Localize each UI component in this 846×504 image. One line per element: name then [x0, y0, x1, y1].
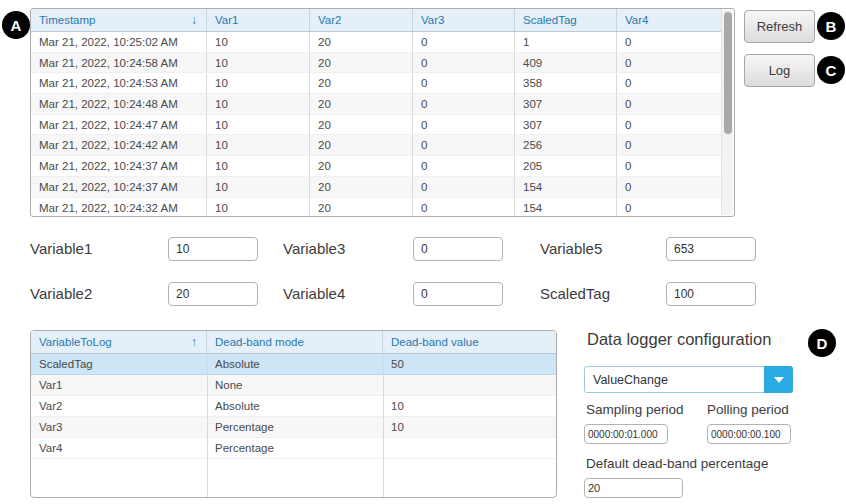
logging-mode-dropdown[interactable]: ValueChange — [584, 366, 793, 393]
column-header-var1[interactable]: Var1 — [207, 9, 310, 31]
deadband-table-cell: Var4 — [31, 438, 207, 458]
log-table-cell: 10 — [207, 198, 310, 218]
deadband-table-header: VariableToLog↑Dead-band modeDead-band va… — [31, 331, 556, 354]
variable2-label: Variable2 — [30, 285, 92, 302]
column-header-label: Dead-band value — [391, 336, 479, 348]
log-table-cell: 10 — [207, 53, 310, 73]
log-table-cell: 0 — [617, 32, 721, 52]
log-table-cell: 0 — [617, 115, 721, 135]
column-divider — [207, 354, 208, 497]
log-table-cell: Mar 21, 2022, 10:24:58 AM — [31, 53, 207, 73]
log-table-row[interactable]: Mar 21, 2022, 10:24:47 AM102003070 — [31, 115, 721, 136]
log-table-scrollbar[interactable] — [721, 10, 733, 215]
log-table-header: Timestamp↓Var1Var2Var3ScaledTagVar4 — [31, 9, 721, 32]
column-header-label: Var2 — [318, 14, 341, 26]
data-logger-app: A B C D Timestamp↓Var1Var2Var3ScaledTagV… — [0, 0, 846, 504]
column-header-label: Var3 — [421, 14, 444, 26]
log-table-cell: Mar 21, 2022, 10:24:37 AM — [31, 177, 207, 197]
log-button[interactable]: Log — [744, 54, 815, 87]
log-table-cell: 0 — [617, 177, 721, 197]
log-table-cell: 20 — [310, 53, 413, 73]
log-table-row[interactable]: Mar 21, 2022, 10:24:37 AM102001540 — [31, 177, 721, 198]
log-table-cell: 10 — [207, 32, 310, 52]
log-table-cell: 0 — [413, 135, 515, 155]
deadband-table-row[interactable]: Var1None — [31, 375, 556, 396]
log-table-cell: 0 — [413, 198, 515, 218]
chevron-down-icon[interactable] — [764, 366, 793, 393]
default-deadband-label: Default dead-band percentage — [586, 456, 768, 471]
column-header-label: Dead-band mode — [215, 336, 304, 348]
deadband-table-cell: 10 — [383, 396, 556, 416]
log-table-cell: Mar 21, 2022, 10:24:32 AM — [31, 198, 207, 218]
column-header-dead-band-value[interactable]: Dead-band value — [383, 331, 556, 353]
marker-a: A — [2, 11, 30, 39]
deadband-table-row[interactable]: Var2Absolute10 — [31, 396, 556, 417]
log-table-row[interactable]: Mar 21, 2022, 10:24:58 AM102004090 — [31, 53, 721, 74]
log-table-row[interactable]: Mar 21, 2022, 10:24:48 AM102003070 — [31, 94, 721, 115]
sort-ascending-icon: ↑ — [191, 335, 197, 349]
deadband-table-cell: Percentage — [207, 438, 383, 458]
log-table-cell: 307 — [515, 115, 617, 135]
scaledtag-input[interactable] — [666, 282, 756, 306]
deadband-table-row[interactable]: Var3Percentage10 — [31, 417, 556, 438]
log-table-cell: 0 — [617, 53, 721, 73]
log-table-row[interactable]: Mar 21, 2022, 10:24:32 AM102001540 — [31, 198, 721, 218]
variable2-input[interactable] — [168, 282, 258, 306]
variable5-input[interactable] — [666, 237, 756, 261]
column-header-scaledtag[interactable]: ScaledTag — [515, 9, 617, 31]
deadband-table: VariableToLog↑Dead-band modeDead-band va… — [30, 330, 557, 498]
column-header-variabletolog[interactable]: VariableToLog↑ — [31, 331, 207, 353]
log-table-row[interactable]: Mar 21, 2022, 10:25:02 AM1020010 — [31, 32, 721, 53]
variable3-label: Variable3 — [283, 240, 345, 257]
deadband-table-row[interactable]: ScaledTagAbsolute50 — [31, 354, 556, 375]
log-table-cell: Mar 21, 2022, 10:24:48 AM — [31, 94, 207, 114]
log-table-cell: 1 — [515, 32, 617, 52]
log-table-cell: 154 — [515, 177, 617, 197]
log-table-row[interactable]: Mar 21, 2022, 10:24:53 AM102003580 — [31, 73, 721, 94]
log-table-cell: 10 — [207, 135, 310, 155]
column-header-label: Var4 — [625, 14, 648, 26]
marker-b: B — [817, 12, 845, 40]
log-table-row[interactable]: Mar 21, 2022, 10:24:37 AM102002050 — [31, 156, 721, 177]
deadband-table-cell: 50 — [383, 354, 556, 374]
column-header-var3[interactable]: Var3 — [413, 9, 515, 31]
default-deadband-input[interactable] — [584, 478, 683, 498]
deadband-table-cell — [383, 438, 556, 458]
column-header-label: ScaledTag — [523, 14, 577, 26]
deadband-table-cell: Var1 — [31, 375, 207, 395]
log-table-cell: 10 — [207, 177, 310, 197]
scrollbar-thumb[interactable] — [724, 12, 732, 134]
column-header-var4[interactable]: Var4 — [617, 9, 721, 31]
log-table-cell: Mar 21, 2022, 10:24:42 AM — [31, 135, 207, 155]
logging-mode-selected: ValueChange — [585, 367, 792, 387]
log-table-cell: 10 — [207, 94, 310, 114]
log-table-cell: 0 — [413, 73, 515, 93]
variable1-input[interactable] — [168, 237, 258, 261]
polling-period-input[interactable] — [707, 424, 791, 444]
log-table-cell: 358 — [515, 73, 617, 93]
deadband-table-cell: None — [207, 375, 383, 395]
log-table-cell: 0 — [413, 115, 515, 135]
deadband-table-row[interactable]: Var4Percentage — [31, 438, 556, 459]
variable3-input[interactable] — [413, 237, 503, 261]
column-header-label: Var1 — [215, 14, 238, 26]
refresh-button[interactable]: Refresh — [744, 10, 815, 43]
deadband-table-body: ScaledTagAbsolute50Var1NoneVar2Absolute1… — [31, 354, 556, 497]
column-header-dead-band-mode[interactable]: Dead-band mode — [207, 331, 383, 353]
log-table-cell: 0 — [617, 198, 721, 218]
column-header-timestamp[interactable]: Timestamp↓ — [31, 9, 207, 31]
sampling-period-input[interactable] — [584, 424, 668, 444]
column-header-var2[interactable]: Var2 — [310, 9, 413, 31]
variable4-label: Variable4 — [283, 285, 345, 302]
log-table-cell: 0 — [617, 156, 721, 176]
log-table-cell: 154 — [515, 198, 617, 218]
log-table-cell: Mar 21, 2022, 10:24:37 AM — [31, 156, 207, 176]
log-table-cell: 20 — [310, 177, 413, 197]
log-table-row[interactable]: Mar 21, 2022, 10:24:42 AM102002560 — [31, 135, 721, 156]
variable4-input[interactable] — [413, 282, 503, 306]
log-table-cell: 307 — [515, 94, 617, 114]
log-table-cell: 0 — [413, 94, 515, 114]
marker-d: D — [808, 329, 836, 357]
deadband-table-cell: Absolute — [207, 354, 383, 374]
log-table-cell: 20 — [310, 198, 413, 218]
